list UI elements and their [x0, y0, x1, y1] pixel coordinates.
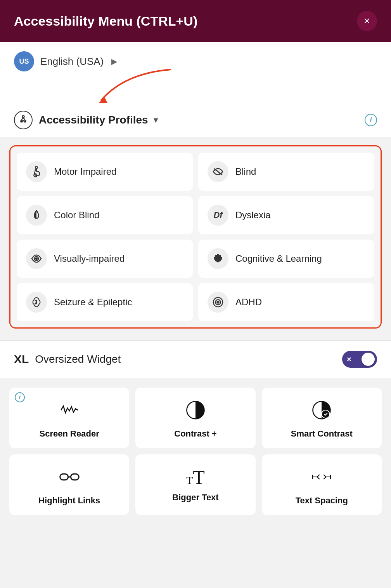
language-text: English (USA): [40, 56, 104, 68]
blind-label: Blind: [235, 166, 256, 177]
tool-smart-contrast[interactable]: Smart Contrast: [262, 388, 382, 448]
svg-line-23: [324, 477, 326, 479]
cognitive-icon: [208, 248, 228, 269]
screen-reader-info-icon: i: [15, 392, 25, 402]
profiles-grid-wrapper: Motor Impaired Blind: [9, 145, 382, 329]
language-row: US English (USA) ▶: [0, 42, 391, 81]
dyslexia-label: Dyslexia: [235, 210, 271, 221]
svg-rect-14: [71, 474, 79, 480]
visually-impaired-label: Visually-impaired: [54, 253, 125, 264]
oversized-label: Oversized Widget: [35, 353, 342, 365]
tools-row-2: Highlight Links TT Bigger Text: [9, 454, 382, 515]
visually-impaired-icon: [26, 248, 47, 269]
tools-row-1: i Screen Reader Contrast +: [9, 388, 382, 448]
profile-blind[interactable]: Blind: [198, 153, 374, 191]
blind-icon: [208, 161, 228, 182]
oversized-row: XL Oversized Widget ×: [0, 340, 391, 378]
profile-adhd[interactable]: ADHD: [198, 283, 374, 321]
arrow-annotation: [0, 81, 391, 103]
tools-section: i Screen Reader Contrast +: [0, 378, 391, 531]
profile-motor-impaired[interactable]: Motor Impaired: [17, 153, 193, 191]
modal-header: Accessibility Menu (CTRL+U) ×: [0, 0, 391, 42]
tool-screen-reader[interactable]: i Screen Reader: [9, 388, 129, 448]
profile-dyslexia[interactable]: Df Dyslexia: [198, 196, 374, 234]
xl-badge: XL: [14, 353, 29, 366]
adhd-label: ADHD: [235, 297, 262, 308]
profile-visually-impaired[interactable]: Visually-impaired: [17, 240, 193, 278]
bigger-text-icon: TT: [186, 467, 205, 487]
svg-line-21: [317, 477, 319, 479]
highlight-links-label: Highlight Links: [38, 496, 100, 506]
language-avatar: US: [14, 51, 34, 71]
smart-contrast-label: Smart Contrast: [291, 429, 353, 439]
accessibility-icon: [14, 111, 33, 129]
svg-point-9: [218, 302, 218, 302]
profile-seizure[interactable]: Seizure & Epileptic: [17, 283, 193, 321]
svg-point-2: [35, 167, 37, 169]
modal-title: Accessibility Menu (CTRL+U): [14, 14, 197, 29]
tool-contrast[interactable]: Contrast +: [135, 388, 255, 448]
toggle-knob: [362, 353, 375, 366]
svg-point-1: [22, 116, 24, 118]
smart-contrast-icon: [311, 400, 332, 423]
screen-reader-label: Screen Reader: [40, 429, 99, 439]
tool-bigger-text[interactable]: TT Bigger Text: [135, 454, 255, 515]
profiles-info-badge[interactable]: i: [365, 114, 377, 126]
color-blind-icon: [26, 205, 47, 226]
oversized-toggle[interactable]: ×: [342, 351, 377, 368]
contrast-label: Contrast +: [174, 429, 216, 439]
contrast-icon: [185, 400, 206, 423]
screen-reader-icon: [59, 400, 80, 423]
bigger-text-label: Bigger Text: [172, 492, 218, 503]
profiles-chevron-icon: ▼: [152, 116, 160, 125]
close-button[interactable]: ×: [357, 11, 377, 31]
cognitive-label: Cognitive & Learning: [235, 253, 322, 264]
profiles-grid: Motor Impaired Blind: [17, 153, 374, 321]
svg-rect-13: [60, 474, 68, 480]
seizure-icon: [26, 292, 47, 313]
tool-highlight-links[interactable]: Highlight Links: [9, 454, 129, 515]
profile-cognitive[interactable]: Cognitive & Learning: [198, 240, 374, 278]
profile-color-blind[interactable]: Color Blind: [17, 196, 193, 234]
motor-impaired-icon: [26, 161, 47, 182]
adhd-icon: [208, 292, 228, 313]
profiles-label: Accessibility Profiles: [39, 114, 148, 126]
svg-point-12: [322, 410, 330, 418]
language-arrow-icon: ▶: [111, 57, 117, 66]
text-spacing-label: Text Spacing: [296, 496, 348, 506]
profiles-row: Accessibility Profiles ▼ i: [0, 103, 391, 137]
color-blind-label: Color Blind: [54, 210, 99, 221]
seizure-label: Seizure & Epileptic: [54, 297, 132, 308]
highlight-links-icon: [59, 467, 80, 490]
toggle-x-icon: ×: [347, 355, 351, 364]
svg-point-5: [36, 258, 37, 259]
accessibility-modal: Accessibility Menu (CTRL+U) × US English…: [0, 0, 391, 588]
tool-text-spacing[interactable]: Text Spacing: [262, 454, 382, 515]
dyslexia-icon: Df: [208, 205, 228, 226]
text-spacing-icon: [311, 467, 332, 490]
motor-impaired-label: Motor Impaired: [54, 166, 116, 177]
